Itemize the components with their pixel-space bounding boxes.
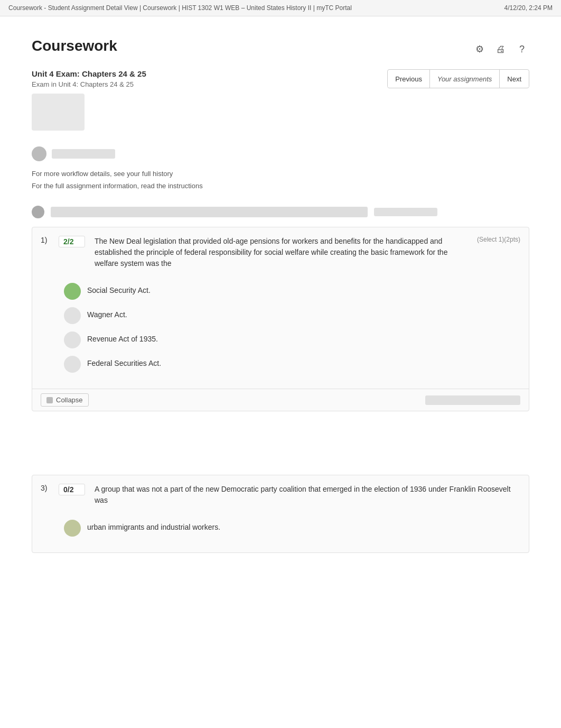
question-3-header: 3) 0/2 A group that was not a part of th… (32, 475, 529, 514)
instructions-link: For the full assignment information, rea… (32, 182, 529, 190)
browser-bar: Coursework - Student Assignment Detail V… (0, 0, 561, 16)
choice-1-1-text: Social Security Act. (87, 283, 151, 294)
question-1-header: 1) 2/2 The New Deal legislation that pro… (32, 227, 529, 278)
question-2-area (32, 432, 529, 475)
choice-3-1: urban immigrants and industrial workers. (64, 520, 520, 537)
question-1-container: 1) 2/2 The New Deal legislation that pro… (32, 227, 529, 411)
score-bar (425, 395, 520, 405)
assignment-thumbnail (32, 94, 85, 131)
status-label (52, 149, 115, 159)
next-button[interactable]: Next (500, 71, 529, 87)
page-title: Coursework (32, 38, 117, 54)
question-1-num: 1) (41, 236, 53, 244)
gear-icon[interactable]: ⚙ (472, 42, 487, 57)
question-3-container: 3) 0/2 A group that was not a part of th… (32, 475, 529, 553)
choice-1-4: Federal Securities Act. (64, 356, 520, 373)
question-3-choices: urban immigrants and industrial workers. (32, 514, 529, 552)
choice-1-4-text: Federal Securities Act. (87, 356, 161, 367)
page-header: Coursework ⚙ 🖨 ? (32, 38, 529, 57)
choice-1-1-indicator (64, 283, 81, 300)
question-3-text: A group that was not a part of the new D… (95, 484, 520, 506)
section-title-bar (51, 207, 368, 217)
print-icon[interactable]: 🖨 (493, 42, 508, 57)
choice-1-3-text: Revenue Act of 1935. (87, 331, 158, 343)
question-1-meta: (Select 1)(2pts) (477, 236, 520, 243)
question-3-num: 3) (41, 484, 53, 492)
help-icon[interactable]: ? (515, 42, 529, 57)
section-header-bar (32, 206, 529, 218)
header-icons: ⚙ 🖨 ? (472, 42, 529, 57)
assignment-info: Unit 4 Exam: Chapters 24 & 25 Exam in Un… (32, 69, 146, 131)
previous-button[interactable]: Previous (388, 71, 429, 87)
workflow-link: For more workflow details, see your full… (32, 170, 529, 178)
question-1-score: 2/2 (59, 236, 85, 247)
choice-1-2: Wagner Act. (64, 307, 520, 324)
page-tab-title: Coursework - Student Assignment Detail V… (8, 4, 352, 12)
assignment-nav: Previous Your assignments Next (387, 69, 529, 88)
choice-3-1-text: urban immigrants and industrial workers. (87, 520, 220, 531)
question-3-score: 0/2 (59, 484, 85, 495)
choice-1-4-indicator (64, 356, 81, 373)
timestamp: 4/12/20, 2:24 PM (504, 4, 553, 12)
status-section (32, 146, 529, 161)
info-links: For more workflow details, see your full… (32, 170, 529, 190)
question-1-choices: Social Security Act. Wagner Act. Revenue… (32, 278, 529, 389)
section-score-bar (374, 208, 437, 216)
your-assignments-button[interactable]: Your assignments (430, 71, 499, 87)
choice-1-2-text: Wagner Act. (87, 307, 127, 319)
choice-1-3-indicator (64, 331, 81, 348)
collapse-section: Collapse (32, 389, 529, 411)
main-content: Coursework ⚙ 🖨 ? Unit 4 Exam: Chapters 2… (0, 16, 561, 606)
assignment-subtitle: Exam in Unit 4: Chapters 24 & 25 (32, 80, 146, 88)
status-icon (32, 146, 46, 161)
collapse-icon (46, 397, 53, 403)
assignment-thumbnail-area: Unit 4 Exam: Chapters 24 & 25 Exam in Un… (32, 69, 146, 131)
choice-1-3: Revenue Act of 1935. (64, 331, 520, 348)
assignment-header: Unit 4 Exam: Chapters 24 & 25 Exam in Un… (32, 69, 529, 136)
collapse-label: Collapse (56, 396, 83, 404)
section-circle-icon (32, 206, 44, 218)
choice-1-2-indicator (64, 307, 81, 324)
assignment-title: Unit 4 Exam: Chapters 24 & 25 (32, 69, 146, 78)
choice-1-1: Social Security Act. (64, 283, 520, 300)
collapse-button[interactable]: Collapse (41, 393, 89, 407)
choice-3-1-indicator (64, 520, 81, 537)
question-1-text: The New Deal legislation that provided o… (95, 236, 466, 269)
